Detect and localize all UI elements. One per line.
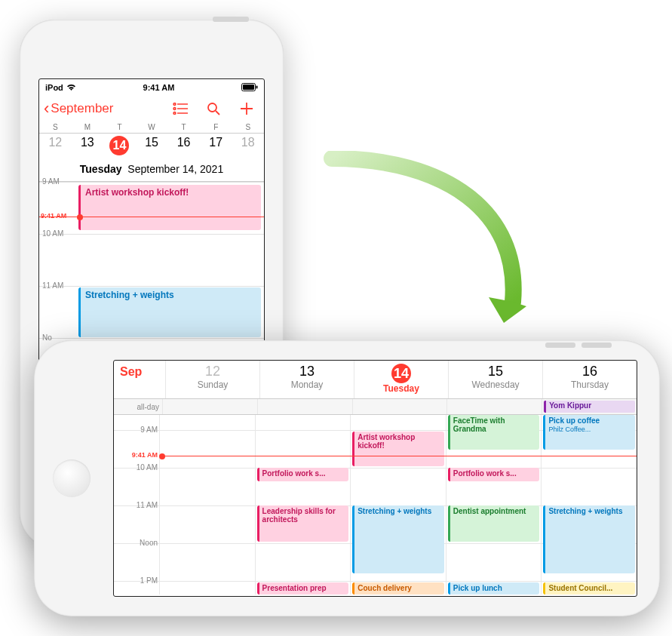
week-grid[interactable]: 9 AM 10 AM 11 AM Noon 1 PM 9:41 AM Portf…: [114, 415, 637, 595]
status-time: 9:41 AM: [143, 83, 175, 92]
home-button[interactable]: [53, 459, 91, 497]
svg-point-3: [173, 103, 176, 106]
now-time-label: 9:41 AM: [132, 451, 158, 459]
search-icon[interactable]: [205, 100, 222, 117]
date-cell[interactable]: 12: [39, 134, 72, 160]
weekday: S: [232, 121, 264, 133]
landscape-screen: Sep 12 Sunday 13 Monday 14 Tuesday 15 We…: [113, 360, 637, 597]
event-portfolio[interactable]: Portfolio work s...: [257, 468, 349, 481]
hour-label: Noon: [114, 539, 158, 547]
month-button[interactable]: Sep: [114, 361, 165, 398]
ipod-landscape-device: Sep 12 Sunday 13 Monday 14 Tuesday 15 We…: [34, 340, 660, 616]
day-column-wednesday[interactable]: FaceTime with Grandma Portfolio work s..…: [446, 415, 542, 595]
day-column-tuesday[interactable]: Artist workshop kickoff! Stretching + we…: [350, 415, 446, 595]
status-bar: iPod 9:41 AM: [39, 79, 264, 96]
rotate-arrow-icon: [317, 151, 543, 347]
hour-label: No: [42, 333, 52, 342]
weekday: T: [167, 121, 200, 133]
allday-label: all-day: [114, 399, 162, 414]
week-day-col-today[interactable]: 14 Tuesday: [354, 361, 448, 398]
allday-cell[interactable]: Yom Kippur: [542, 399, 637, 414]
power-button: [213, 17, 249, 22]
event-stretching[interactable]: Stretching + weights: [78, 287, 261, 337]
now-indicator: 9:41 AM: [39, 217, 264, 217]
weekday: T: [103, 121, 136, 133]
event-student-council[interactable]: Student Council...: [543, 582, 635, 595]
allday-cell[interactable]: [162, 399, 257, 414]
date-cell[interactable]: 18: [232, 134, 264, 160]
svg-line-10: [216, 111, 219, 115]
svg-point-7: [173, 112, 176, 115]
event-presentation[interactable]: Presentation prep: [257, 582, 349, 595]
time-gutter: 9 AM 10 AM 11 AM Noon 1 PM 9:41 AM: [114, 415, 159, 595]
week-day-col[interactable]: 16 Thursday: [542, 361, 637, 398]
event-stretching[interactable]: Stretching + weights: [543, 505, 635, 573]
hour-label: 11 AM: [114, 501, 158, 509]
day-column-thursday[interactable]: Pick up coffee Philz Coffee... Stretchin…: [541, 415, 637, 595]
hour-label: 11 AM: [42, 281, 63, 290]
weekday: F: [200, 121, 232, 133]
carrier-label: iPod: [45, 83, 63, 92]
event-facetime[interactable]: FaceTime with Grandma: [448, 415, 540, 450]
hour-label: 1 PM: [114, 576, 158, 585]
date-cell[interactable]: 13: [72, 134, 104, 160]
full-date-label: Tuesday September 14, 2021: [39, 160, 264, 182]
now-indicator: [159, 456, 637, 456]
event-lunch[interactable]: Pick up lunch: [448, 582, 540, 595]
event-artist-workshop[interactable]: Artist workshop kickoff!: [78, 185, 261, 230]
svg-point-5: [173, 108, 176, 110]
allday-cell[interactable]: [352, 399, 447, 414]
allday-cell[interactable]: [446, 399, 542, 414]
week-day-col[interactable]: 15 Wednesday: [448, 361, 542, 398]
hour-label: 10 AM: [114, 463, 158, 472]
weekday: M: [72, 121, 104, 133]
add-icon[interactable]: [238, 100, 255, 117]
event-dentist[interactable]: Dentist appointment: [448, 505, 540, 542]
week-header: Sep 12 Sunday 13 Monday 14 Tuesday 15 We…: [114, 361, 637, 399]
date-cell[interactable]: 15: [136, 134, 168, 160]
volume-buttons: [539, 337, 615, 343]
event-portfolio[interactable]: Portfolio work s...: [448, 468, 540, 481]
event-artist-workshop[interactable]: Artist workshop kickoff!: [352, 432, 444, 466]
now-time-label: 9:41 AM: [41, 212, 66, 220]
event-pickup-coffee[interactable]: Pick up coffee Philz Coffee...: [543, 415, 635, 450]
date-cell[interactable]: 17: [200, 134, 232, 160]
day-column-monday[interactable]: Portfolio work s... Leadership skills fo…: [255, 415, 351, 595]
svg-point-9: [208, 103, 216, 112]
week-day-col[interactable]: 13 Monday: [259, 361, 354, 398]
weekday: S: [39, 121, 72, 133]
svg-rect-2: [256, 85, 258, 88]
hour-label: 9 AM: [114, 426, 158, 434]
allday-event-yom-kippur[interactable]: Yom Kippur: [544, 401, 635, 413]
dates-row: 12 13 14 15 16 17 18: [39, 134, 264, 160]
allday-cell[interactable]: [257, 399, 352, 414]
day-column-sunday[interactable]: [159, 415, 255, 595]
hour-label: 10 AM: [42, 229, 63, 238]
svg-rect-1: [243, 84, 254, 90]
event-stretching[interactable]: Stretching + weights: [352, 505, 444, 573]
weekday-header: S M T W T F S: [39, 121, 264, 134]
allday-row: all-day Yom Kippur: [114, 399, 637, 415]
back-label: September: [51, 101, 113, 116]
date-cell-today[interactable]: 14: [103, 134, 136, 160]
back-button[interactable]: ‹ September: [44, 101, 172, 116]
event-couch[interactable]: Couch delivery: [352, 582, 444, 595]
event-leadership[interactable]: Leadership skills for architects: [257, 505, 349, 542]
battery-icon: [241, 83, 258, 93]
wifi-icon: [66, 84, 76, 91]
hour-label: 9 AM: [42, 177, 60, 186]
nav-bar: ‹ September: [39, 96, 264, 121]
date-cell[interactable]: 16: [167, 134, 200, 160]
week-day-col[interactable]: 12 Sunday: [165, 361, 259, 398]
list-view-icon[interactable]: [172, 100, 189, 117]
weekday: W: [136, 121, 168, 133]
